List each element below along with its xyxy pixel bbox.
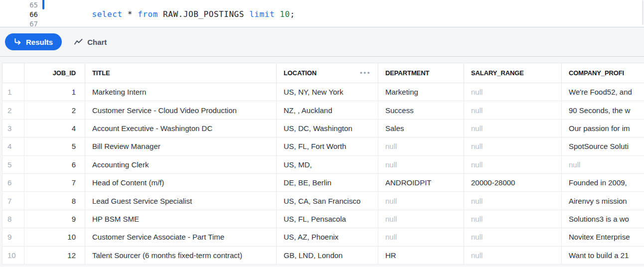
row-number: 2 xyxy=(2,101,24,119)
cell-company-profile[interactable]: Solutions3 is a wo xyxy=(562,210,644,228)
column-header-salary-range[interactable]: SALARY_RANGE xyxy=(464,63,562,83)
sql-statement[interactable]: select * from RAW.JOB_POSTINGS limit 10; xyxy=(38,0,295,27)
grid-header-row: JOB_ID TITLE LOCATION ●●● DEPARTMENT SAL… xyxy=(2,63,644,83)
worksheet-screen: 65 66 select * from RAW.JOB_POSTINGS lim… xyxy=(0,0,644,267)
cell-department[interactable]: ANDROIDPIT xyxy=(378,174,464,192)
cell-salary-range[interactable]: null xyxy=(464,210,562,228)
editor-scrollbar[interactable] xyxy=(642,0,644,25)
cell-location[interactable]: US, FL, Fort Worth xyxy=(277,137,378,155)
column-header-location-label: LOCATION xyxy=(284,69,317,77)
cell-company-profile[interactable]: Founded in 2009, xyxy=(562,174,644,192)
cell-title[interactable]: Lead Guest Service Specialist xyxy=(85,192,277,210)
table-row: 4 5 Bill Review Manager US, FL, Fort Wor… xyxy=(2,137,644,155)
cell-company-profile[interactable]: We're Food52, and xyxy=(562,83,644,101)
cell-salary-range[interactable]: null xyxy=(464,101,562,119)
row-number-header xyxy=(2,63,24,83)
cell-title[interactable]: Accounting Clerk xyxy=(85,156,277,174)
cell-title[interactable]: Account Executive - Washington DC xyxy=(85,120,277,137)
cell-job-id[interactable]: 4 xyxy=(24,120,85,137)
cell-company-profile[interactable]: Airenvy s mission xyxy=(562,192,644,210)
cell-job-id[interactable]: 7 xyxy=(24,174,85,192)
cell-salary-range[interactable]: 20000-28000 xyxy=(464,174,562,192)
cell-salary-range[interactable]: null xyxy=(464,83,562,101)
results-toolbar: Results Chart xyxy=(0,27,644,56)
return-arrow-icon xyxy=(14,38,21,45)
cell-location[interactable]: US, DC, Washington xyxy=(277,120,378,137)
cell-title[interactable]: Talent Sourcer (6 months fixed-term cont… xyxy=(85,247,277,265)
table-row: 2 2 Customer Service - Cloud Video Produ… xyxy=(2,101,644,119)
cell-department[interactable]: null xyxy=(378,228,464,246)
row-number: 3 xyxy=(2,120,24,137)
cell-job-id[interactable]: 12 xyxy=(24,247,85,265)
column-header-department[interactable]: DEPARTMENT xyxy=(378,63,464,83)
cell-department[interactable]: null xyxy=(378,210,464,228)
cell-company-profile[interactable]: SpotSource Soluti xyxy=(562,137,644,155)
cell-company-profile[interactable]: 90 Seconds, the w xyxy=(562,101,644,119)
cell-job-id[interactable]: 9 xyxy=(24,210,85,228)
cell-job-id[interactable]: 10 xyxy=(24,228,85,246)
row-number: 5 xyxy=(2,156,24,174)
table-row: 5 6 Accounting Clerk US, MD, null null n… xyxy=(2,156,644,174)
table-row: 8 9 HP BSM SME US, FL, Pensacola null nu… xyxy=(2,210,644,228)
cell-company-profile[interactable]: Novitex Enterprise xyxy=(562,228,644,246)
row-number: 7 xyxy=(2,192,24,210)
chart-tab[interactable]: Chart xyxy=(74,38,107,46)
sql-editor[interactable]: 65 66 select * from RAW.JOB_POSTINGS lim… xyxy=(0,0,644,27)
column-header-job-id[interactable]: JOB_ID xyxy=(24,63,85,83)
row-number: 9 xyxy=(2,228,24,246)
table-row: 7 8 Lead Guest Service Specialist US, CA… xyxy=(2,192,644,210)
cell-location[interactable]: US, NY, New York xyxy=(277,83,378,101)
cell-title[interactable]: HP BSM SME xyxy=(85,210,277,228)
results-tab-label: Results xyxy=(26,38,53,46)
cell-company-profile[interactable]: Our passion for im xyxy=(562,120,644,137)
cell-location[interactable]: DE, BE, Berlin xyxy=(277,174,378,192)
row-number: 4 xyxy=(2,137,24,155)
sql-number-literal: 10 xyxy=(275,9,290,19)
cell-salary-range[interactable]: null xyxy=(464,247,562,265)
cell-title[interactable]: Marketing Intern xyxy=(85,83,277,101)
cell-job-id[interactable]: 5 xyxy=(24,137,85,155)
column-header-location[interactable]: LOCATION ●●● xyxy=(277,63,378,83)
cell-location[interactable]: US, FL, Pensacola xyxy=(277,210,378,228)
cell-company-profile[interactable]: null xyxy=(562,156,644,174)
cell-job-id[interactable]: 1 xyxy=(24,83,85,101)
column-header-title[interactable]: TITLE xyxy=(85,63,277,83)
cell-company-profile[interactable]: Want to build a 21 xyxy=(562,247,644,265)
cell-location[interactable]: US, MD, xyxy=(277,156,378,174)
cell-job-id[interactable]: 2 xyxy=(24,101,85,119)
cell-department[interactable]: null xyxy=(378,192,464,210)
cell-salary-range[interactable]: null xyxy=(464,137,562,155)
cell-department[interactable]: null xyxy=(378,137,464,155)
chart-line-icon xyxy=(74,39,83,45)
row-number: 10 xyxy=(2,247,24,265)
cell-department[interactable]: Marketing xyxy=(378,83,464,101)
cell-salary-range[interactable]: null xyxy=(464,120,562,137)
sql-table-name: RAW.JOB_POSTINGS xyxy=(158,9,249,19)
cell-department[interactable]: Sales xyxy=(378,120,464,137)
cell-job-id[interactable]: 8 xyxy=(24,192,85,210)
cell-title[interactable]: Bill Review Manager xyxy=(85,137,277,155)
line-number-active: 66 xyxy=(0,10,38,18)
cell-location[interactable]: US, AZ, Phoenix xyxy=(277,228,378,246)
column-menu-icon[interactable]: ●●● xyxy=(360,71,371,75)
sql-keyword: from xyxy=(138,9,158,19)
cell-salary-range[interactable]: null xyxy=(464,156,562,174)
cell-salary-range[interactable]: null xyxy=(464,192,562,210)
column-header-company-profile[interactable]: COMPANY_PROFI xyxy=(562,63,644,83)
sql-keyword: select xyxy=(92,9,122,19)
cell-title[interactable]: Customer Service Associate - Part Time xyxy=(85,228,277,246)
cell-location[interactable]: GB, LND, London xyxy=(277,247,378,265)
results-tab-button[interactable]: Results xyxy=(5,33,62,50)
cell-department[interactable]: Success xyxy=(378,101,464,119)
table-row: 3 4 Account Executive - Washington DC US… xyxy=(2,120,644,137)
cell-title[interactable]: Head of Content (m/f) xyxy=(85,174,277,192)
cell-department[interactable]: null xyxy=(378,156,464,174)
cell-location[interactable]: NZ, , Auckland xyxy=(277,101,378,119)
cell-location[interactable]: US, CA, San Francisco xyxy=(277,192,378,210)
sql-keyword: limit xyxy=(249,9,275,19)
cell-title[interactable]: Customer Service - Cloud Video Productio… xyxy=(85,101,277,119)
cell-salary-range[interactable]: null xyxy=(464,228,562,246)
cell-department[interactable]: HR xyxy=(378,247,464,265)
cell-job-id[interactable]: 6 xyxy=(24,156,85,174)
statement-indicator-bar xyxy=(42,0,44,9)
